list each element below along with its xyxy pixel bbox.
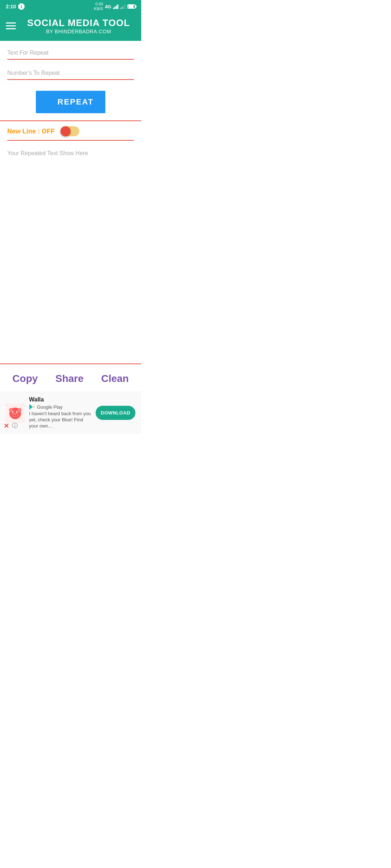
download-button[interactable]: DOWNLOAD [96, 406, 135, 420]
signal-bars-2 [120, 4, 126, 9]
ad-app-name: Walla [29, 396, 91, 403]
svg-point-3 [12, 413, 18, 417]
text-repeat-input[interactable] [7, 47, 134, 60]
ad-close-button[interactable]: ✕ [4, 422, 9, 430]
main-content: REPEAT New Line : OFF Your Repeated Text… [0, 41, 141, 363]
repeat-button[interactable]: REPEAT [36, 91, 106, 113]
copy-button[interactable]: Copy [7, 371, 43, 386]
app-title: SOCIAL MEDIA TOOL [27, 17, 130, 29]
new-line-toggle-row: New Line : OFF [7, 121, 134, 141]
google-play-label: Google Play [37, 404, 63, 410]
signal-bars [113, 4, 118, 9]
share-button[interactable]: Share [50, 371, 89, 386]
menu-button[interactable] [6, 22, 16, 29]
number-repeat-input[interactable] [7, 67, 134, 80]
ad-icon-svg [6, 404, 25, 422]
ad-content: Walla Google Play I haven't heard back f… [29, 396, 91, 429]
hamburger-line-1 [6, 22, 16, 24]
ad-app-icon [6, 404, 25, 422]
app-subtitle: BY BHINDERBADRA.COM [46, 29, 111, 34]
output-placeholder: Your Repeated Text Show Here [7, 150, 88, 156]
svg-point-4 [13, 414, 15, 416]
hamburger-line-3 [6, 28, 16, 29]
hamburger-line-2 [6, 25, 16, 26]
clean-button[interactable]: Clean [95, 371, 134, 386]
status-bar: 2:10 1 0.69KB/S 4G [0, 0, 141, 13]
ad-description: I haven't heard back from you yet, check… [29, 411, 91, 429]
new-line-toggle[interactable] [60, 126, 79, 136]
toggle-thumb [60, 126, 71, 136]
status-time-area: 2:10 1 [6, 3, 25, 10]
ad-google-play-row: Google Play [29, 404, 91, 410]
bottom-actions: Copy Share Clean [0, 363, 141, 392]
repeat-btn-container: REPEAT [7, 91, 134, 113]
svg-point-5 [16, 414, 17, 416]
network-type: 4G [105, 4, 111, 9]
header-title-area: SOCIAL MEDIA TOOL BY BHINDERBADRA.COM [22, 17, 135, 34]
google-play-icon [29, 404, 35, 410]
ad-info-button[interactable]: ⓘ [12, 422, 18, 430]
notification-badge: 1 [18, 3, 25, 10]
battery-icon [127, 4, 135, 9]
status-right: 0.69KB/S 4G [94, 2, 135, 11]
network-speed: 0.69KB/S [94, 2, 103, 11]
status-time: 2:10 [6, 4, 16, 9]
ad-banner: Walla Google Play I haven't heard back f… [0, 392, 141, 434]
ad-close-area: ✕ ⓘ [4, 422, 18, 430]
app-header: SOCIAL MEDIA TOOL BY BHINDERBADRA.COM [0, 13, 141, 41]
svg-point-8 [13, 411, 14, 412]
output-area: Your Repeated Text Show Here [7, 146, 134, 363]
new-line-label: New Line : OFF [7, 128, 55, 135]
